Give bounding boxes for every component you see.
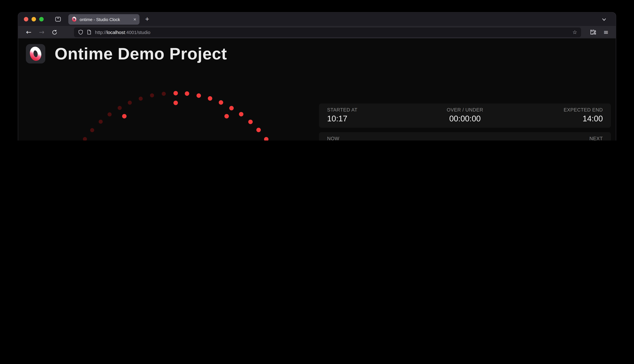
- page-title: Ontime Demo Project: [54, 44, 227, 63]
- url-host: localhost: [107, 30, 125, 34]
- back-button[interactable]: ←: [23, 28, 34, 36]
- forward-button[interactable]: →: [36, 28, 48, 36]
- desktop: ontime - Studio Clock × + ← →: [0, 0, 634, 140]
- extensions-puzzle-icon[interactable]: [590, 29, 596, 35]
- tab-studio-clock[interactable]: ontime - Studio Clock ×: [68, 14, 140, 24]
- tab-title: ontime - Studio Clock: [80, 17, 131, 22]
- over-under-value: 00:00:00: [449, 114, 481, 123]
- tab-bar: ontime - Studio Clock × +: [18, 12, 616, 26]
- info-panel: STARTED AT 10:17 OVER / UNDER 00:00:00 E…: [319, 104, 611, 140]
- reload-button[interactable]: [52, 29, 58, 35]
- event-times-card: STARTED AT 10:17 OVER / UNDER 00:00:00 E…: [319, 104, 611, 128]
- tab-favicon-ontime: [72, 16, 77, 22]
- started-at-value: 10:17: [327, 114, 419, 123]
- next-label: NEXT: [590, 136, 603, 140]
- url-bar[interactable]: http://localhost:4001/studio ☆: [74, 27, 581, 37]
- new-tab-button[interactable]: +: [145, 15, 149, 23]
- window-controls: [24, 17, 44, 22]
- bookmark-star-icon[interactable]: ☆: [572, 29, 577, 35]
- expected-end-label: EXPECTED END: [564, 107, 603, 113]
- tab-close-icon[interactable]: ×: [134, 17, 136, 22]
- browser-window: ontime - Studio Clock × + ← →: [18, 12, 616, 140]
- page-header: Ontime Demo Project: [26, 44, 227, 64]
- page-info-icon[interactable]: [86, 30, 92, 35]
- minimize-window-button[interactable]: [32, 17, 36, 22]
- now-label: NOW: [327, 136, 339, 140]
- menu-hamburger-icon[interactable]: ≡: [604, 28, 608, 36]
- url-text[interactable]: http://localhost:4001/studio: [95, 30, 569, 34]
- list-tabs-chevron-icon[interactable]: [601, 16, 607, 22]
- url-scheme: http://: [95, 30, 107, 34]
- url-path: :4001/studio: [125, 30, 150, 34]
- studio-clock-page: Ontime Demo Project 10:17:26 ON AIR STAR…: [18, 38, 616, 140]
- close-window-button[interactable]: [24, 17, 28, 22]
- started-at-label: STARTED AT: [327, 107, 419, 113]
- expected-end-value: 14:00: [583, 114, 603, 123]
- zoom-window-button[interactable]: [39, 17, 44, 22]
- over-under-label: OVER / UNDER: [447, 107, 483, 113]
- shield-icon[interactable]: [78, 30, 83, 35]
- now-next-card: NOW NEXT Pre-show Countdown Welcome STAR…: [319, 132, 611, 140]
- firefox-view-icon[interactable]: [55, 16, 61, 22]
- navigation-bar: ← → http://localhost:4001/stud: [18, 26, 616, 38]
- studio-clock: 10:17:26 ON AIR: [60, 90, 291, 140]
- ontime-logo: [26, 44, 45, 64]
- clock-time: 10:17:26: [60, 90, 291, 140]
